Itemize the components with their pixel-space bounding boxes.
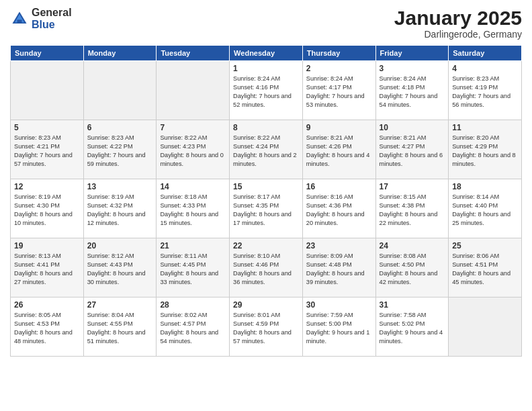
header-sunday: Sunday — [11, 46, 84, 61]
day-number: 10 — [380, 123, 445, 132]
header: General Blue January 2025 Darlingerode, … — [10, 7, 522, 40]
calendar-cell: 19Sunrise: 8:13 AM Sunset: 4:41 PM Dayli… — [11, 238, 84, 298]
day-number: 25 — [452, 241, 518, 250]
calendar-cell: 7Sunrise: 8:22 AM Sunset: 4:23 PM Daylig… — [157, 120, 230, 179]
day-number: 19 — [14, 241, 80, 250]
day-number: 6 — [87, 123, 153, 132]
calendar-header: Sunday Monday Tuesday Wednesday Thursday… — [11, 46, 522, 61]
day-info: Sunrise: 8:17 AM Sunset: 4:35 PM Dayligh… — [233, 193, 299, 228]
calendar-cell: 11Sunrise: 8:20 AM Sunset: 4:29 PM Dayli… — [449, 120, 522, 179]
calendar-cell: 28Sunrise: 8:02 AM Sunset: 4:57 PM Dayli… — [157, 298, 230, 357]
logo: General Blue — [10, 7, 72, 30]
calendar-cell: 24Sunrise: 8:08 AM Sunset: 4:50 PM Dayli… — [375, 238, 449, 298]
header-row: Sunday Monday Tuesday Wednesday Thursday… — [11, 46, 522, 61]
day-info: Sunrise: 8:09 AM Sunset: 4:48 PM Dayligh… — [306, 252, 372, 287]
header-tuesday: Tuesday — [157, 46, 230, 61]
day-number: 29 — [233, 300, 299, 310]
day-number: 16 — [306, 182, 372, 191]
day-info: Sunrise: 8:16 AM Sunset: 4:36 PM Dayligh… — [306, 193, 372, 228]
calendar-cell: 6Sunrise: 8:23 AM Sunset: 4:22 PM Daylig… — [83, 120, 157, 179]
calendar-week-5: 26Sunrise: 8:05 AM Sunset: 4:53 PM Dayli… — [11, 298, 522, 357]
day-info: Sunrise: 8:18 AM Sunset: 4:33 PM Dayligh… — [160, 193, 226, 228]
day-info: Sunrise: 8:14 AM Sunset: 4:40 PM Dayligh… — [452, 193, 518, 228]
calendar-cell: 16Sunrise: 8:16 AM Sunset: 4:36 PM Dayli… — [302, 179, 375, 238]
logo-blue: Blue — [32, 19, 72, 31]
day-number: 4 — [452, 64, 518, 73]
day-info: Sunrise: 8:23 AM Sunset: 4:19 PM Dayligh… — [452, 75, 518, 109]
day-number: 22 — [233, 241, 299, 250]
calendar-cell: 23Sunrise: 8:09 AM Sunset: 4:48 PM Dayli… — [302, 238, 375, 298]
day-number: 5 — [14, 123, 80, 132]
calendar-cell: 31Sunrise: 7:58 AM Sunset: 5:02 PM Dayli… — [375, 298, 449, 357]
calendar-cell: 8Sunrise: 8:22 AM Sunset: 4:24 PM Daylig… — [230, 120, 303, 179]
day-info: Sunrise: 8:10 AM Sunset: 4:46 PM Dayligh… — [233, 252, 299, 287]
logo-icon — [10, 9, 29, 28]
day-number: 15 — [233, 182, 299, 191]
calendar-cell: 2Sunrise: 8:24 AM Sunset: 4:17 PM Daylig… — [302, 61, 375, 120]
day-number: 18 — [452, 182, 518, 191]
day-info: Sunrise: 8:06 AM Sunset: 4:51 PM Dayligh… — [452, 252, 518, 287]
calendar-cell: 18Sunrise: 8:14 AM Sunset: 4:40 PM Dayli… — [449, 179, 522, 238]
day-number: 12 — [14, 182, 80, 191]
calendar-cell: 30Sunrise: 7:59 AM Sunset: 5:00 PM Dayli… — [302, 298, 375, 357]
day-info: Sunrise: 8:12 AM Sunset: 4:43 PM Dayligh… — [87, 252, 153, 287]
calendar-cell: 14Sunrise: 8:18 AM Sunset: 4:33 PM Dayli… — [157, 179, 230, 238]
calendar-cell: 13Sunrise: 8:19 AM Sunset: 4:32 PM Dayli… — [83, 179, 157, 238]
day-info: Sunrise: 8:11 AM Sunset: 4:45 PM Dayligh… — [160, 252, 226, 287]
day-number: 28 — [160, 300, 226, 310]
calendar-cell: 9Sunrise: 8:21 AM Sunset: 4:26 PM Daylig… — [302, 120, 375, 179]
header-friday: Friday — [375, 46, 449, 61]
calendar-cell: 12Sunrise: 8:19 AM Sunset: 4:30 PM Dayli… — [11, 179, 84, 238]
day-info: Sunrise: 8:21 AM Sunset: 4:26 PM Dayligh… — [306, 134, 372, 169]
day-number: 14 — [160, 182, 226, 191]
day-info: Sunrise: 8:23 AM Sunset: 4:22 PM Dayligh… — [87, 134, 153, 169]
day-info: Sunrise: 8:15 AM Sunset: 4:38 PM Dayligh… — [380, 193, 445, 228]
calendar-cell: 3Sunrise: 8:24 AM Sunset: 4:18 PM Daylig… — [375, 61, 449, 120]
calendar-cell: 4Sunrise: 8:23 AM Sunset: 4:19 PM Daylig… — [449, 61, 522, 120]
day-info: Sunrise: 8:22 AM Sunset: 4:23 PM Dayligh… — [160, 134, 226, 169]
day-info: Sunrise: 7:58 AM Sunset: 5:02 PM Dayligh… — [380, 311, 445, 346]
calendar-table: Sunday Monday Tuesday Wednesday Thursday… — [10, 45, 522, 357]
calendar-cell: 17Sunrise: 8:15 AM Sunset: 4:38 PM Dayli… — [375, 179, 449, 238]
calendar-title: January 2025 — [394, 7, 522, 29]
day-info: Sunrise: 8:21 AM Sunset: 4:27 PM Dayligh… — [380, 134, 445, 169]
svg-rect-2 — [17, 19, 22, 24]
day-info: Sunrise: 8:24 AM Sunset: 4:18 PM Dayligh… — [380, 75, 445, 109]
day-number: 3 — [380, 64, 445, 73]
day-number: 7 — [160, 123, 226, 132]
calendar-cell: 15Sunrise: 8:17 AM Sunset: 4:35 PM Dayli… — [230, 179, 303, 238]
day-info: Sunrise: 8:05 AM Sunset: 4:53 PM Dayligh… — [14, 311, 80, 346]
calendar-week-4: 19Sunrise: 8:13 AM Sunset: 4:41 PM Dayli… — [11, 238, 522, 298]
calendar-body: 1Sunrise: 8:24 AM Sunset: 4:16 PM Daylig… — [11, 61, 522, 357]
calendar-cell: 20Sunrise: 8:12 AM Sunset: 4:43 PM Dayli… — [83, 238, 157, 298]
day-number: 11 — [452, 123, 518, 132]
calendar-cell — [83, 61, 157, 120]
page-container: General Blue January 2025 Darlingerode, … — [0, 0, 532, 411]
calendar-subtitle: Darlingerode, Germany — [394, 29, 522, 40]
day-number: 30 — [306, 300, 372, 310]
day-number: 26 — [14, 300, 80, 310]
calendar-cell: 26Sunrise: 8:05 AM Sunset: 4:53 PM Dayli… — [11, 298, 84, 357]
day-info: Sunrise: 8:22 AM Sunset: 4:24 PM Dayligh… — [233, 134, 299, 169]
day-info: Sunrise: 8:24 AM Sunset: 4:16 PM Dayligh… — [233, 75, 299, 109]
day-info: Sunrise: 8:04 AM Sunset: 4:55 PM Dayligh… — [87, 311, 153, 346]
day-info: Sunrise: 8:08 AM Sunset: 4:50 PM Dayligh… — [380, 252, 445, 287]
calendar-cell: 25Sunrise: 8:06 AM Sunset: 4:51 PM Dayli… — [449, 238, 522, 298]
logo-general: General — [32, 7, 72, 19]
day-number: 23 — [306, 241, 372, 250]
day-number: 24 — [380, 241, 445, 250]
day-number: 31 — [380, 300, 445, 310]
day-info: Sunrise: 8:19 AM Sunset: 4:32 PM Dayligh… — [87, 193, 153, 228]
calendar-cell — [449, 298, 522, 357]
calendar-cell — [11, 61, 84, 120]
header-wednesday: Wednesday — [230, 46, 303, 61]
day-info: Sunrise: 8:01 AM Sunset: 4:59 PM Dayligh… — [233, 311, 299, 346]
header-thursday: Thursday — [302, 46, 375, 61]
day-info: Sunrise: 8:20 AM Sunset: 4:29 PM Dayligh… — [452, 134, 518, 169]
calendar-week-2: 5Sunrise: 8:23 AM Sunset: 4:21 PM Daylig… — [11, 120, 522, 179]
calendar-cell: 29Sunrise: 8:01 AM Sunset: 4:59 PM Dayli… — [230, 298, 303, 357]
calendar-cell: 21Sunrise: 8:11 AM Sunset: 4:45 PM Dayli… — [157, 238, 230, 298]
day-number: 8 — [233, 123, 299, 132]
day-info: Sunrise: 8:19 AM Sunset: 4:30 PM Dayligh… — [14, 193, 80, 228]
calendar-week-3: 12Sunrise: 8:19 AM Sunset: 4:30 PM Dayli… — [11, 179, 522, 238]
